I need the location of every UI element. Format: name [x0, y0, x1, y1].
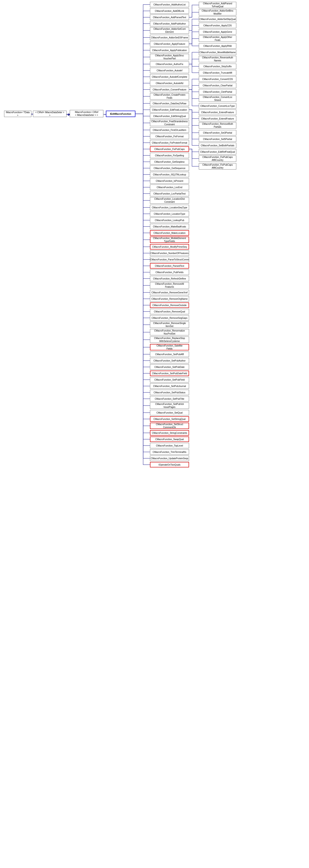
- node-setpubdate: CMacroFunction_SetPubDate: [150, 364, 189, 370]
- node-autodefid: CMacroFunction_AutodefId: [150, 81, 189, 86]
- node-autodefcomplete: CMacroFunction_AutodefComplete: [150, 74, 189, 80]
- node-addparsedtofeatqual: CMacroFunction_AddParsedToFeatQual: [199, 2, 236, 8]
- node-clearpartial2: CMacroFunction_ClertPartial: [199, 89, 236, 95]
- node-locationseqtype: CMacroFunction_LocationSeqType: [150, 205, 189, 210]
- node-editfeatlocation: CMacroFunction_EditFeatLocation: [150, 107, 189, 113]
- node-set3partial: CMacroFunction_Set3Partial: [199, 130, 236, 135]
- node-setbothpartials: CMacroFunction_SetBothPartials: [199, 143, 236, 148]
- node-removeseggaps: CMacroFunction_RemoveSegGaps: [150, 315, 189, 321]
- node-setstructcommentok: CMacroFunction_SetStructCommentOk: [150, 423, 189, 429]
- node-reverseauthnames: CMacroFunction_ReverseAuthNames: [199, 56, 236, 62]
- node-applyotherfeats: CMacroFunction_ApplyOtherFeats: [199, 35, 236, 42]
- node-createproteinfeats: CMacroFunction_CreateProteinFeats: [150, 93, 189, 99]
- node-dataseqtoraw: CMacroFunction_DataSeqToRaw: [150, 101, 189, 106]
- node-removegenexref: CMacroFunction_RemoveGeneXref: [150, 290, 189, 295]
- node-locend: CMacroFunction_LocEnd: [150, 185, 189, 190]
- node-fixformat: CMacroFunction_FixFormat: [150, 134, 189, 139]
- node-locationdistconstraint: CMacroFunction_LocationDistConstraint: [150, 197, 189, 204]
- node-trimterminalns: CMacroFunction_TrimTerminalNs: [150, 449, 189, 455]
- node-convertfeature: CMacroFunction_ConvertFeature: [150, 87, 189, 92]
- node-numberoffeatures: CMacroFunction_NumberOFFeatures: [150, 250, 189, 256]
- node-applyrna: CMacroFunction_ApplyRNA: [199, 43, 236, 49]
- node-truncatemi: CMacroFunction_TruncateMI: [199, 70, 236, 75]
- node-set5partial: CMacroFunction_Set5Partial: [199, 136, 236, 142]
- node-addpubauthor: CMacroFunction_AddPubAuthor: [150, 21, 189, 26]
- node-setpubstatus: CMacroFunction_SetPubStatus: [150, 390, 189, 395]
- node-applycds: CMacroFunction_ApplyCDS: [199, 23, 236, 28]
- node-addauthorlist: CMacroFunction_AddAuthorList: [150, 2, 189, 7]
- node-applystrucvoucherpart: CMacroFunction_ApplyStrucVoucherPart: [150, 54, 189, 60]
- node-updateproteinseqs: CMacroFunction_UpdateProteinSeqs: [150, 456, 189, 461]
- node-lookuppub: CMacroFunction_LookupPub: [150, 217, 189, 223]
- node-swapqual: CMacroFunction_SwapQual: [150, 436, 189, 442]
- node-extendfeature1: CMacroFunction_ExtendFeature: [199, 110, 236, 115]
- node-setstringqual: CMacroFunction_SetStringQual: [150, 416, 189, 422]
- node-autodef: CMacroFunction_Autodef: [150, 68, 189, 73]
- node-setpubdatefield: CMacroFunction_SetPubDateField: [150, 371, 189, 376]
- node-makelocation: CMacroFunction_MakeLocation: [150, 230, 189, 236]
- node-applypublication: CMacroFunction_ApplyPublication: [150, 48, 189, 53]
- node-convertcds: CMacroFunction_ConvertCDS: [199, 76, 236, 82]
- node-ioperateontwoquals: IOperateOnTwoQuals: [150, 462, 189, 467]
- node-addorsetdsframe: CMacroFunction_AddorSetDSFrame: [150, 35, 189, 40]
- node-movemiddlename: CMacroFunction_MoveMiddleName: [199, 50, 236, 55]
- node-fixproteinformat: CMacroFunction_FixProteinFormat: [150, 140, 189, 146]
- node-imacrofunction-ciref: IMacroFunction< CIRef< IMacroDataSeter >…: [70, 110, 103, 117]
- node-setpubvolissuepages: CMacroFunction_SetPubVolIssuePages: [150, 402, 189, 409]
- node-authorfix: CMacroFunction_AuthorFix: [150, 61, 189, 67]
- node-addorsetsbpqual: CMacroFunction_AddorSetSbpQual: [199, 17, 236, 22]
- node-setpubauthor: CMacroFunction_SetPubAuthor: [150, 358, 189, 363]
- node-refreshdefline: CMacroFunction_RefreshDefline: [150, 276, 189, 281]
- node-isqjtalookup: CMacroFunction_ISQJTALookup: [150, 172, 189, 177]
- node-parsetostructcomm: CMacroFunction_ParseToStructComm: [150, 257, 189, 262]
- node-removequal: CMacroFunction_RemoveQual: [150, 309, 189, 314]
- node-extendfeature2: CMacroFunction_ExtendFeature: [199, 116, 236, 121]
- node-setpubaffl: CMacroFunction_SetPubAffl: [150, 351, 189, 357]
- node-removeallfeatures: CMacroFunction_RemoveAllFeatures: [150, 282, 189, 288]
- node-renormalizenucprotset: CMacroFunction_RenormalizeNucProtSet: [150, 329, 189, 335]
- node-parsedtext: CMacroFunction_ParsedText: [150, 263, 189, 269]
- node-removesingleitemset: CMacroFunction_RemoveSingleItemSet: [150, 321, 189, 328]
- node-clearpartial1: CMacroFunction_ClearPartial: [199, 83, 236, 88]
- node-locationtype: CMacroFunction_LocationType: [150, 211, 189, 217]
- node-addorsetbincmodifier: CMacroFunction_AddorSetBincModifier: [199, 9, 236, 16]
- node-applyfeature: CMacroFunction_ApplyFeature: [150, 41, 189, 46]
- node-getsequence: CMacroFunction_GetSequence: [150, 165, 189, 171]
- node-stripsuffix: CMacroFunction_StripSuffix: [199, 64, 236, 69]
- node-fixpubcaps: CMacroFunction_FixPubCaps: [150, 146, 189, 152]
- node-imacrofunction-tdata: IMacroFunction< TData >: [4, 111, 31, 117]
- node-removeorgname: CMacroFunction_RemoveOrgName: [150, 296, 189, 302]
- node-mobileelementtypefields: CMacroFunction_MobileElementTypeFields: [150, 237, 189, 243]
- node-firstorlastitem: CMacroFunction_FirstOrLastItem: [150, 127, 189, 133]
- node-applygene: CMacroFunction_ApplyGene: [199, 29, 236, 35]
- node-satellitefields: CMacroFunction_SatelliteFields: [150, 344, 189, 350]
- node-ieditmacrofunction: IEditMacroFunction: [106, 111, 135, 117]
- node-addorsetcontelement: CMacroFunction_AddorSetContElement: [150, 27, 189, 34]
- node-addparsedtext: CMacroFunction_AddParsedText: [150, 14, 189, 20]
- node-setpubtitle: CMacroFunction_SetPubTitle: [150, 396, 189, 402]
- node-convertloctype: CMacroFunction_ConvertLocType: [199, 103, 236, 108]
- node-modifyprimeseq: CMacroFunction_ModifyPrimeSeq: [150, 244, 189, 249]
- node-editstringqual: CMacroFunction_EditStringQual: [150, 113, 189, 119]
- node-removeoutside: CMacroFunction_RemoveOutside: [150, 303, 189, 308]
- node-pubfields: CMacroFunction_PubFields: [150, 270, 189, 275]
- node-removebothpartials: CMacroFunction_RemoveBothPartials: [199, 122, 236, 129]
- diagram-container: IMacroFunction< TData > < CIRef< IMacroD…: [0, 0, 309, 868]
- node-setpubjournal: CMacroFunction_SetPubJournal: [150, 383, 189, 389]
- node-getseqdesc: CMacroFunction_GetSeqdesc: [150, 159, 189, 164]
- node-editreffeatqual: CMacroFunction_EditRefFeatQual: [199, 149, 236, 155]
- node-makebadkvats: CMacroFunction_MakeBadKvats: [150, 224, 189, 229]
- node-setqual: CMacroFunction_SetQual: [150, 410, 189, 415]
- node-featstrandednessconstraint: CMacroFunction_FeatStrandednessConstrain…: [150, 120, 189, 126]
- node-convertlocstrand: CMacroFunction_ConvertLocStrand: [199, 95, 236, 102]
- node-fixpubcapsaffilcountry2: CMacroFunction_FixPubCapsAffilCountry: [199, 163, 236, 169]
- node-fixspelling: CMacroFunction_FixSpelling: [150, 153, 189, 158]
- node-ciref-imacrobidataseter: < CIRef< IMacroDataSeter > >: [33, 111, 67, 117]
- node-locpartialtest: CMacroFunction_LocPartialTest: [150, 191, 189, 196]
- node-toplevel: CMacroFunction_TopLevel: [150, 443, 189, 448]
- node-fixpubcapsaffilcountry1: CMacroFunction_FixPubCapsAffilCountry: [199, 155, 236, 162]
- node-ispresent: CMacroFunction_IsPresent: [150, 178, 189, 184]
- node-setpubfield: CMacroFunction_SetPubField: [150, 377, 189, 382]
- node-replacestopwithselenocysteme: CMacroFunction_ReplaceStopWithSelenoCyst…: [150, 337, 189, 343]
- node-stringconstraints: CMacroFunction_StringConstraints: [150, 430, 189, 436]
